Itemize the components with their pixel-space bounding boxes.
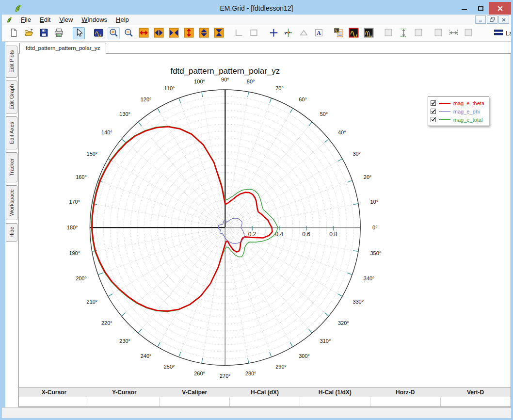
print-button[interactable] <box>53 27 65 39</box>
single-graph-button[interactable] <box>348 27 360 39</box>
layout-dropdown-button[interactable]: Layout <box>490 27 513 40</box>
svg-text:160°: 160° <box>76 174 87 180</box>
document-tab-bar: fdtd_pattern_pattern_polar_yz <box>18 42 511 54</box>
compress-x-icon <box>169 28 179 39</box>
pane-right-2-icon <box>464 28 474 39</box>
legend-box: mag_e_thetamag_e_phimag_e_total <box>428 97 489 126</box>
mdi-restore-button[interactable] <box>487 16 497 24</box>
fit-vertical-button[interactable] <box>398 27 410 39</box>
svg-text:30°: 30° <box>353 150 361 156</box>
new-file-icon <box>9 28 19 39</box>
status-bar <box>2 407 511 418</box>
toolbar-group <box>333 27 375 39</box>
pane-right-icon <box>414 28 424 39</box>
svg-text:20°: 20° <box>364 174 372 180</box>
maximize-button[interactable] <box>472 2 489 15</box>
tracker-value-cell <box>230 397 300 406</box>
sidebar-tab-edit-graph[interactable]: Edit Graph <box>6 81 17 113</box>
menu-item-edit[interactable]: Edit <box>35 15 55 24</box>
save-file-button[interactable] <box>38 27 50 39</box>
menu-item-file[interactable]: File <box>16 15 35 24</box>
tracker-value-cell <box>160 397 230 406</box>
svg-text:280°: 280° <box>245 371 256 376</box>
mdi-restore-icon <box>490 17 495 22</box>
svg-text:40°: 40° <box>338 129 346 135</box>
corner-axes-icon <box>234 28 244 39</box>
mdi-close-button[interactable] <box>498 16 509 24</box>
sidebar-tab-strip: Edit PlotsEdit GraphEdit AxesTrackerWork… <box>2 42 18 407</box>
polar-plot-area[interactable]: 0.20.40.60.80°10°20°30°40°50°60°70°80°90… <box>18 54 511 388</box>
pointer-select-button[interactable] <box>73 27 85 39</box>
tracker-bar: X-CursorY-CursorV-CaliperH-Cal (dX)H-Cal… <box>18 388 511 407</box>
tracker-header-row: X-CursorY-CursorV-CaliperH-Cal (dX)H-Cal… <box>19 388 511 397</box>
svg-text:150°: 150° <box>87 150 98 156</box>
legend-checkbox[interactable] <box>431 100 436 106</box>
svg-text:140°: 140° <box>101 129 112 135</box>
menu-item-windows[interactable]: Windows <box>77 15 112 24</box>
tracker-column-label: Horz-D <box>370 388 440 397</box>
toolbar-group <box>433 27 475 39</box>
open-file-button[interactable] <box>23 27 35 39</box>
svg-text:350°: 350° <box>370 250 382 256</box>
legend-checkbox[interactable] <box>431 117 436 122</box>
zoom-region-button[interactable] <box>93 27 105 39</box>
svg-text:90°: 90° <box>221 77 229 82</box>
multi-graph-icon <box>364 28 374 39</box>
sidebar-tab-hide[interactable]: Hide <box>6 223 17 242</box>
sidebar-tab-tracker[interactable]: Tracker <box>6 152 17 182</box>
minimize-icon <box>462 9 467 10</box>
toolbar-group <box>93 27 225 39</box>
stretch-y-button[interactable] <box>183 27 195 39</box>
mdi-minimize-button[interactable] <box>475 16 486 24</box>
menu-item-view[interactable]: View <box>55 15 77 24</box>
report-view-button[interactable] <box>333 27 345 39</box>
new-file-button[interactable] <box>8 27 20 39</box>
toolbar-group <box>73 27 85 39</box>
fit-horizontal-button[interactable] <box>448 27 460 39</box>
close-button[interactable] <box>489 2 511 15</box>
crosshair-button[interactable] <box>268 27 280 39</box>
tracker-column-label: Y-Cursor <box>89 388 160 397</box>
legend-checkbox[interactable] <box>431 109 436 114</box>
compress-x-button[interactable] <box>168 27 180 39</box>
series-mag_e_total <box>91 126 278 312</box>
toolbar-group <box>233 27 260 39</box>
minimize-button[interactable] <box>456 2 472 15</box>
pointer-select-icon <box>74 28 84 39</box>
document-area: fdtd_pattern_pattern_polar_yz 0.20.40.60… <box>18 42 511 407</box>
stretch-x-button[interactable] <box>138 27 150 39</box>
legend-line-sample <box>439 119 450 120</box>
svg-text:260°: 260° <box>194 371 205 376</box>
corner-axes-button <box>233 27 245 39</box>
compress-y-button[interactable] <box>213 27 225 39</box>
svg-text:200°: 200° <box>76 275 87 281</box>
report-view-icon <box>334 28 344 39</box>
tracker-value-cell <box>441 397 511 406</box>
multi-graph-button[interactable] <box>363 27 375 39</box>
tracker-value-cell <box>89 397 160 406</box>
tracker-column-label: X-Cursor <box>19 388 89 397</box>
sidebar-tab-workspace[interactable]: Workspace <box>6 185 17 220</box>
svg-text:50°: 50° <box>320 111 328 117</box>
text-annotation-button[interactable]: A <box>313 27 325 39</box>
svg-text:0°: 0° <box>372 225 377 230</box>
sidebar-tab-edit-plots[interactable]: Edit Plots <box>6 46 17 78</box>
stretch-x-icon <box>139 28 149 39</box>
toolbar-group <box>383 27 425 39</box>
menu-items: FileEditViewWindowsHelp <box>16 15 133 24</box>
zoom-out-button[interactable] <box>123 27 135 39</box>
document-leaf-icon <box>6 16 14 24</box>
series-mag_e_theta <box>92 127 273 311</box>
zoom-in-button[interactable] <box>108 27 120 39</box>
title-bar: EM.Grid - [fdtdlesson12] <box>2 2 511 15</box>
document-tab[interactable]: fdtd_pattern_pattern_polar_yz <box>19 43 106 54</box>
menu-item-help[interactable]: Help <box>112 15 133 24</box>
tracker-value-row <box>19 397 511 406</box>
pane-right-2-button <box>463 27 475 39</box>
tracker-tool-button[interactable] <box>283 27 295 39</box>
arrows-y-button[interactable] <box>198 27 210 39</box>
tracker-tool-icon <box>284 28 294 39</box>
arrows-x-button[interactable] <box>153 27 165 39</box>
sidebar-tab-edit-axes[interactable]: Edit Axes <box>6 116 17 149</box>
svg-text:170°: 170° <box>69 199 80 205</box>
